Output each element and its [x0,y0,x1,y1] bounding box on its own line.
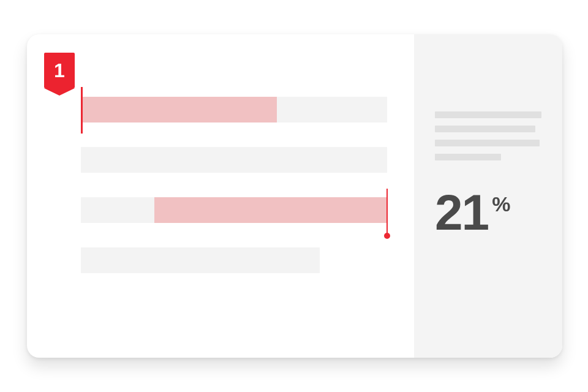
document-content: 1 [27,34,414,358]
selection-start-marker[interactable] [81,87,83,134]
cursor-dot-icon[interactable] [384,233,390,239]
text-line-3 [81,197,387,223]
paragraph-lines [81,97,387,298]
document-card: 1 [27,34,562,358]
line-placeholder [81,247,320,273]
text-line-1 [81,97,387,123]
highlighted-span-2[interactable] [154,197,387,223]
highlighted-span-1[interactable] [81,97,277,123]
source-badge[interactable]: 1 [44,53,75,88]
selection-end-marker[interactable] [386,189,388,234]
score-value: 21 [435,184,488,240]
text-line-2 [81,147,387,173]
summary-line [435,111,541,118]
summary-lines [435,111,541,168]
score-unit: % [492,192,510,216]
badge-number: 1 [54,59,65,82]
text-line-4 [81,247,320,273]
summary-line [435,140,540,146]
summary-line [435,126,535,132]
summary-line [435,154,501,160]
line-placeholder [81,147,387,173]
similarity-sidebar: 21% [414,34,562,358]
similarity-score: 21% [435,187,510,238]
